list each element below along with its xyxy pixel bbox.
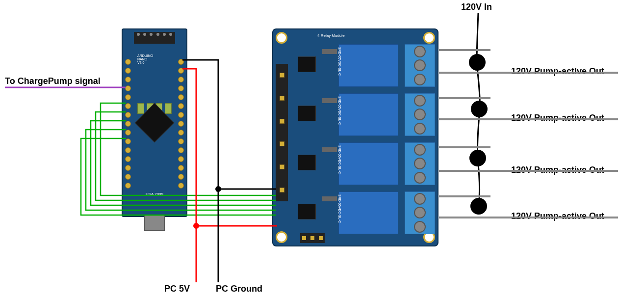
pump-out-1-label: 120V Pump-active Out bbox=[511, 66, 604, 77]
v120-in-label: 120V In bbox=[461, 2, 492, 12]
relay-module-board: 4 Relay Module SRD-05VDC-SL-C SRD-05VDC-… bbox=[272, 28, 438, 246]
optocoupler-3 bbox=[298, 155, 316, 170]
wire-5v-to-relay bbox=[182, 69, 277, 226]
arduino-title: ARDUINO NANO V3.0 bbox=[137, 54, 153, 64]
optocoupler-1 bbox=[298, 56, 316, 72]
relay-4: SRD-05VDC-SL-C bbox=[338, 191, 398, 234]
arduino-nano-board: ARDUINO NANO V3.0 USA 2009 bbox=[122, 28, 187, 217]
relay-module-title: 4 Relay Module bbox=[317, 33, 345, 38]
optocoupler-4 bbox=[298, 204, 316, 219]
junction-relay1 bbox=[469, 54, 486, 71]
relay-1: SRD-05VDC-SL-C bbox=[338, 44, 398, 87]
arduino-icsp-header bbox=[134, 32, 175, 44]
arduino-analog-pins bbox=[178, 59, 184, 189]
pump-out-3-label: 120V Pump-active Out bbox=[511, 165, 604, 175]
relay-input-header bbox=[276, 64, 288, 201]
junction-relay4 bbox=[470, 198, 487, 215]
arduino-digital-pins bbox=[125, 59, 131, 189]
arduino-usb-port bbox=[144, 215, 165, 231]
relay-power-header bbox=[300, 233, 325, 243]
relay-3: SRD-05VDC-SL-C bbox=[338, 142, 398, 185]
wire-gnd-to-relay bbox=[182, 60, 276, 189]
terminal-block-4 bbox=[405, 191, 435, 234]
pump-out-2-label: 120V Pump-active Out bbox=[511, 113, 604, 123]
pc-ground-label: PC Ground bbox=[216, 284, 262, 294]
terminal-block-3 bbox=[405, 142, 435, 185]
relay-2: SRD-05VDC-SL-C bbox=[338, 93, 398, 136]
terminal-block-1 bbox=[405, 44, 435, 87]
terminal-block-2 bbox=[405, 93, 435, 136]
charge-pump-label: To ChargePump signal bbox=[5, 76, 101, 86]
junction-gnd bbox=[215, 186, 221, 192]
junction-relay2 bbox=[471, 101, 488, 117]
junction-relay3 bbox=[469, 150, 486, 166]
pc-5v-label: PC 5V bbox=[164, 284, 190, 294]
arduino-footer: USA 2009 bbox=[146, 192, 163, 196]
pump-out-4-label: 120V Pump-active Out bbox=[511, 211, 604, 221]
junction-5v bbox=[193, 223, 199, 229]
wire-120v-in-trunk bbox=[477, 13, 480, 206]
optocoupler-2 bbox=[298, 106, 316, 121]
